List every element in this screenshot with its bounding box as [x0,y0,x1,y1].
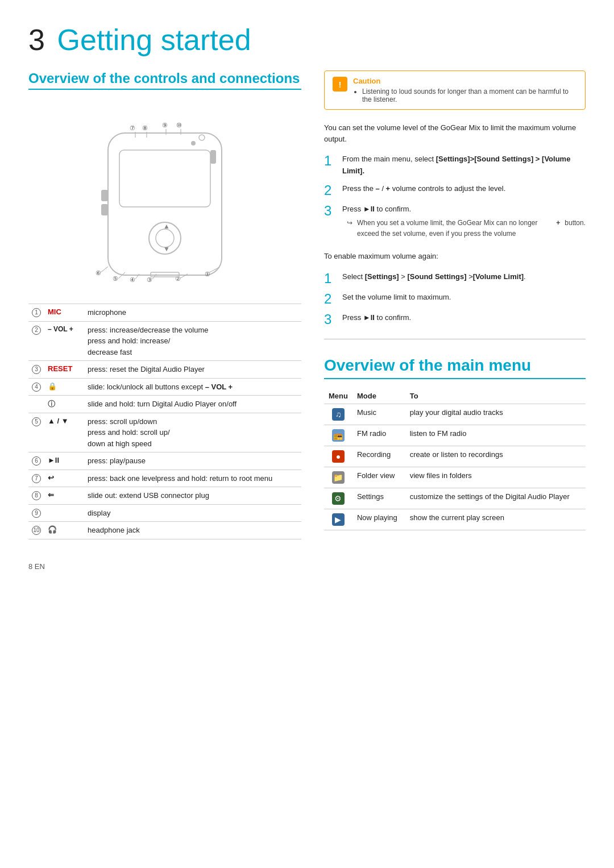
menu-mode-folder: Folder view [352,467,405,488]
menu-section-title: Overview of the main menu [324,356,586,379]
step3-note: When you set a volume limit, the GoGear … [342,218,586,239]
svg-text:⑦: ⑦ [130,124,135,131]
control-row-1: 1 MIC microphone [28,304,301,322]
volume-steps: 1 From the main menu, select [Settings]>… [324,153,586,239]
svg-rect-7 [101,204,108,215]
svg-text:①: ① [205,271,210,277]
menu-to-fm: listen to FM radio [405,425,586,446]
page-title: 3 Getting started [28,23,586,57]
enable-step-3: 3 Press ►II to confirm. [324,312,586,327]
settings-icon: ⚙ [332,492,345,505]
menu-to-music: play your digital audio tracks [405,404,586,425]
menu-to-nowplaying: show the current play screen [405,509,586,530]
menu-mode-settings: Settings [352,488,405,509]
enable-text: To enable maximum volume again: [324,251,586,262]
menu-row-fm: 📻 FM radio listen to FM radio [324,425,586,446]
menu-row-recording: ● Recording create or listen to recordin… [324,446,586,467]
volume-step-2: 2 Press the – / + volume controls to adj… [324,183,586,198]
menu-mode-recording: Recording [352,446,405,467]
rec-icon: ● [332,450,345,463]
control-row-9: 9 display [28,504,301,522]
menu-row-settings: ⚙ Settings customize the settings of the… [324,488,586,509]
menu-row-music: ♫ Music play your digital audio tracks [324,404,586,425]
caution-content: Caution Listening to loud sounds for lon… [353,77,577,103]
svg-text:⑧: ⑧ [142,124,148,131]
svg-point-30 [199,135,205,140]
control-row-6: 6 ►II press: play/pause [28,452,301,470]
svg-text:⑩: ⑩ [176,122,182,128]
control-row-3: 3 RESET press: reset the Digital Audio P… [28,361,301,379]
svg-rect-1 [119,150,210,207]
menu-to-settings: customize the settings of the Digital Au… [405,488,586,509]
menu-mode-nowplaying: Now playing [352,509,405,530]
svg-text:▼: ▼ [163,245,170,253]
menu-row-nowplaying: ▶ Now playing show the current play scre… [324,509,586,530]
menu-table-header: Menu Mode To [324,388,586,404]
device-diagram: ▲ ▼ ⑦ ⑧ ⑨ ⑩ ⑥ ⑤ ④ ③ ② [28,99,301,292]
svg-rect-6 [101,190,108,201]
volume-step-3: 3 Press ►II to confirm. When you set a v… [324,203,586,239]
enable-step-2: 2 Set the volume limit to maximum. [324,292,586,306]
svg-text:▲: ▲ [163,222,170,230]
control-row-8: 8 ⇐ slide out: extend USB connector plug [28,487,301,505]
svg-text:④: ④ [130,276,135,283]
controls-section-title: Overview of the controls and connections [28,70,301,90]
device-svg: ▲ ▼ ⑦ ⑧ ⑨ ⑩ ⑥ ⑤ ④ ③ ② [45,99,284,292]
nowplaying-icon: ▶ [332,513,345,526]
svg-text:⑨: ⑨ [162,122,168,128]
menu-row-folder: 📁 Folder view view files in folders [324,467,586,488]
menu-to-folder: view files in folders [405,467,586,488]
page-footer: 8 EN [28,562,586,571]
caution-text: Listening to loud sounds for longer than… [362,88,577,103]
caution-item: Listening to loud sounds for longer than… [362,88,577,103]
menu-col-to: To [405,388,586,404]
svg-text:③: ③ [147,276,152,283]
menu-col-mode: Mode [352,388,405,404]
control-row-4a: 4 🔒 slide: lock/unlock all buttons excep… [28,378,301,396]
menu-col-icon: Menu [324,388,352,404]
control-row-10: 10 🎧 headphone jack [28,522,301,539]
controls-table: 1 MIC microphone 2 – VOL + press: increa… [28,304,301,539]
enable-steps: 1 Select [Settings] > [Sound Settings] >… [324,271,586,327]
svg-text:⑤: ⑤ [113,275,118,282]
enable-step-1: 1 Select [Settings] > [Sound Settings] >… [324,271,586,286]
menu-table: Menu Mode To ♫ Music play your digital a… [324,388,586,530]
right-column: ! Caution Listening to loud sounds for l… [324,70,586,539]
menu-to-recording: create or listen to recordings [405,446,586,467]
control-row-5: 5 ▲ / ▼ press: scroll up/downpress and h… [28,413,301,452]
control-row-4b: ⓘ slide and hold: turn Digital Audio Pla… [28,396,301,413]
menu-mode-fm: FM radio [352,425,405,446]
caution-box: ! Caution Listening to loud sounds for l… [324,70,586,110]
control-row-7: 7 ↩ press: back one levelpress and hold:… [28,470,301,487]
caution-label: Caution [353,77,577,85]
control-row-2: 2 – VOL + press: increase/decrease the v… [28,321,301,361]
fm-icon: 📻 [332,429,345,442]
caution-icon: ! [333,77,347,92]
divider [324,339,586,339]
folder-icon: 📁 [332,471,345,484]
svg-rect-31 [210,150,216,164]
menu-mode-music: Music [352,404,405,425]
volume-intro: You can set the volume level of the GoGe… [324,122,586,144]
svg-point-28 [191,141,196,146]
music-icon: ♫ [332,408,345,421]
svg-line-22 [100,267,108,273]
volume-step-1: 1 From the main menu, select [Settings]>… [324,153,586,177]
left-column: Overview of the controls and connections… [28,70,301,539]
